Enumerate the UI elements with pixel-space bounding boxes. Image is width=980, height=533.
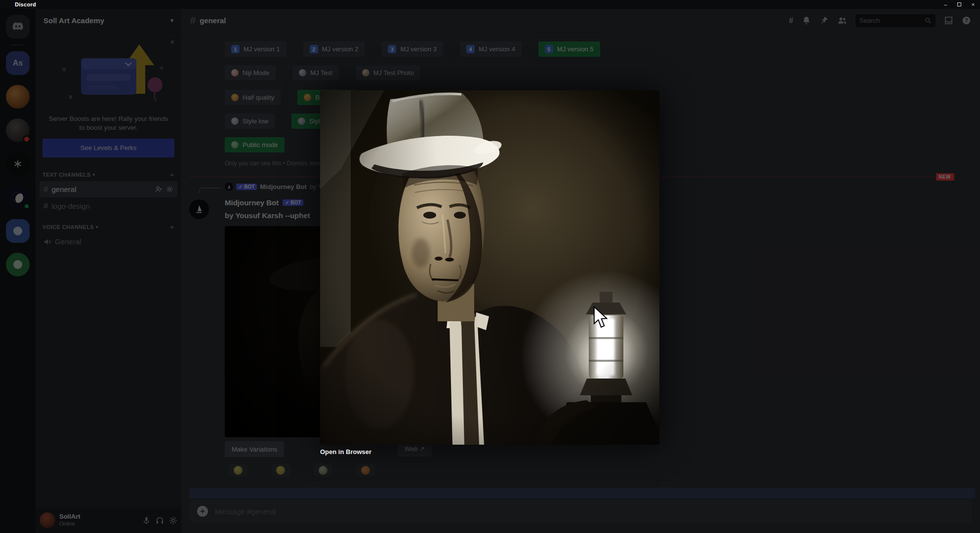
portrait-image[interactable] <box>320 90 659 445</box>
cursor-arrow-icon <box>593 306 610 329</box>
window-title: Discord <box>15 1 36 7</box>
maximize-icon <box>957 2 961 6</box>
close-button[interactable]: × <box>966 0 980 9</box>
discord-app: Discord – × As Soll Art Academy ▾ <box>0 0 980 533</box>
maximize-button[interactable] <box>952 0 966 9</box>
mouse-cursor <box>593 306 610 331</box>
open-in-browser-link[interactable]: Open in Browser <box>320 448 659 456</box>
window-controls: – × <box>939 0 980 9</box>
window-titlebar: Discord – × <box>0 0 980 9</box>
image-lightbox: Open in Browser <box>320 90 659 456</box>
minimize-button[interactable]: – <box>939 0 952 9</box>
